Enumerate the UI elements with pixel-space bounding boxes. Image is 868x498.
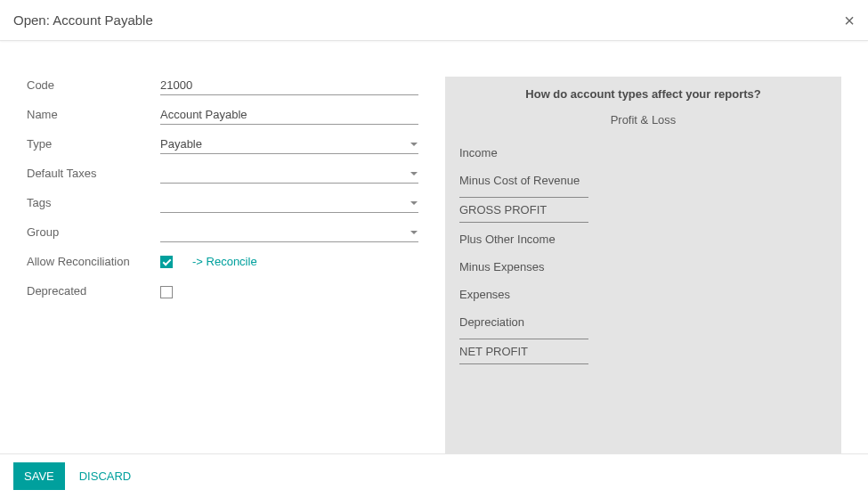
default-taxes-label: Default Taxes: [27, 165, 160, 180]
tags-select[interactable]: [160, 194, 418, 213]
help-line-minus-expenses: Minus Expenses: [459, 253, 827, 281]
help-subtitle: Profit & Loss: [459, 113, 827, 127]
deprecated-label: Deprecated: [27, 282, 160, 298]
form-column: Code Name Type: [27, 77, 445, 453]
name-input[interactable]: [160, 106, 418, 125]
type-label: Type: [27, 135, 160, 151]
help-line-plus-other: Plus Other Income: [459, 225, 827, 253]
code-input[interactable]: [160, 77, 418, 95]
close-icon[interactable]: ×: [844, 12, 855, 29]
help-line-depreciation: Depreciation: [459, 308, 827, 336]
modal-body[interactable]: Code Name Type: [0, 41, 868, 453]
save-button[interactable]: SAVE: [13, 462, 65, 490]
discard-button[interactable]: DISCARD: [76, 462, 135, 490]
help-title: How do account types affect your reports…: [459, 87, 827, 101]
name-label: Name: [27, 106, 160, 121]
default-taxes-value[interactable]: [160, 165, 418, 183]
group-value[interactable]: [160, 224, 418, 241]
modal-title: Open: Account Payable: [13, 12, 153, 28]
modal-footer: SAVE DISCARD: [0, 453, 868, 498]
help-line-net-profit: NET PROFIT: [459, 339, 588, 364]
modal-dialog: Open: Account Payable × Code Name: [0, 0, 868, 498]
type-select[interactable]: [160, 135, 418, 154]
help-line-expenses: Expenses: [459, 281, 827, 308]
group-select[interactable]: [160, 224, 418, 242]
reconcile-link[interactable]: -> Reconcile: [192, 255, 257, 268]
help-line-minus-cor: Minus Cost of Revenue: [459, 167, 827, 194]
help-panel: How do account types affect your reports…: [445, 77, 841, 453]
modal-header: Open: Account Payable ×: [0, 0, 868, 41]
type-select-value[interactable]: [160, 135, 418, 153]
group-label: Group: [27, 224, 160, 239]
allow-reconciliation-checkbox[interactable]: [160, 256, 173, 268]
tags-value[interactable]: [160, 194, 418, 212]
tags-label: Tags: [27, 194, 160, 209]
code-label: Code: [27, 77, 160, 92]
help-line-income: Income: [459, 139, 827, 167]
default-taxes-select[interactable]: [160, 165, 418, 184]
help-line-gross-profit: GROSS PROFIT: [459, 197, 588, 223]
allow-reconciliation-label: Allow Reconciliation: [27, 253, 160, 268]
deprecated-checkbox[interactable]: [160, 286, 173, 298]
